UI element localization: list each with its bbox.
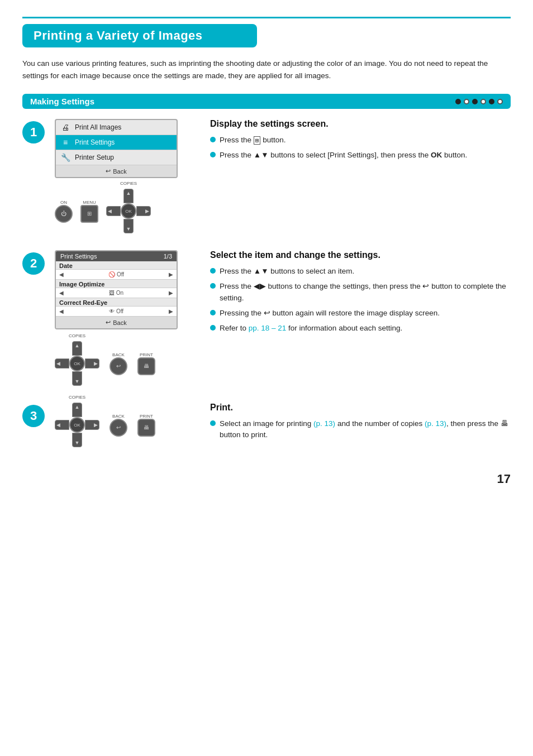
- back-label-btn-3: BACK: [112, 414, 125, 419]
- print-button-2[interactable]: 🖶: [137, 357, 155, 375]
- step2-screen-title: Print Settings: [60, 253, 97, 260]
- copies-label-1: COPIES: [120, 181, 137, 186]
- top-border: [22, 17, 511, 18]
- step-3-visual: COPIES ▲ ▼ ◀ ▶ OK BACK ↩: [55, 403, 200, 447]
- dpad-right-1[interactable]: ▶: [136, 206, 151, 216]
- step-2-visual: Print Settings 1/3 Date ◀ 🚫 Off ▶ Image …: [55, 250, 200, 386]
- print-label-btn-3: PRINT: [140, 414, 153, 419]
- print-button-group-3: PRINT 🖶: [137, 414, 155, 437]
- print-icon-3: 🖶: [144, 424, 149, 430]
- bullet-dot-2-3: [210, 310, 216, 315]
- on-button-group: ON ⏻: [55, 200, 73, 223]
- screen-back-2: ↩ Back: [56, 317, 177, 328]
- ok-label-2: OK: [74, 361, 80, 366]
- print-button-3[interactable]: 🖶: [137, 419, 155, 437]
- print-icon-2: 🖶: [144, 363, 149, 369]
- menu-button[interactable]: ⊞: [80, 205, 98, 223]
- copies-label-2: COPIES: [69, 333, 85, 338]
- step2-bullet-3-text: Pressing the ↩ button again will restore…: [220, 308, 440, 319]
- dpad-ok-3[interactable]: OK: [69, 417, 85, 433]
- screen-back-1: ↩ Back: [56, 165, 177, 177]
- step2-bullet-4: Refer to pp. 18 – 21 for information abo…: [210, 323, 511, 334]
- power-icon: ⏻: [61, 210, 66, 217]
- dot-5: [489, 99, 494, 104]
- step3-bullet-1-text: Select an image for printing (p. 13) and…: [220, 418, 511, 441]
- dot-3: [472, 99, 478, 104]
- step3-link-1[interactable]: (p. 13): [313, 419, 335, 428]
- dpad-up-3[interactable]: ▲: [72, 403, 82, 417]
- section-header: Making Settings: [22, 94, 511, 109]
- ps-date-left-arrow: ◀: [59, 271, 64, 277]
- step1-screen: 🖨 Print All Images ≡ Print Settings 🔧 Pr…: [55, 119, 178, 178]
- back-button-group-3: BACK ↩: [110, 414, 127, 437]
- back-button-3[interactable]: ↩: [110, 419, 127, 437]
- back-button-2[interactable]: ↩: [110, 357, 127, 375]
- step3-link-2[interactable]: (p. 13): [425, 419, 446, 428]
- step2-bullet-1-text: Press the ▲▼ buttons to select an item.: [220, 266, 354, 277]
- ps-redeye-row: ◀ 👁 Off ▶: [56, 307, 177, 317]
- menu-item-printer-setup: 🔧 Printer Setup: [56, 150, 177, 165]
- dpad-left-2[interactable]: ◀: [55, 358, 69, 369]
- ps-opt-left-arrow: ◀: [59, 290, 64, 296]
- page-title: Printing a Variety of Images: [34, 28, 246, 43]
- optimize-on-icon: 🖼: [109, 290, 115, 296]
- back-icon-2: ↩: [116, 363, 121, 369]
- dot-2: [464, 99, 469, 104]
- ps-redeye-right-arrow: ▶: [169, 308, 173, 314]
- bullet-dot-2-2: [210, 283, 216, 289]
- step2-bullet-3: Pressing the ↩ button again will restore…: [210, 308, 511, 319]
- ps-opt-right-arrow: ▶: [169, 290, 173, 296]
- menu-item-printer-setup-label: Printer Setup: [75, 154, 114, 161]
- step2-screen: Print Settings 1/3 Date ◀ 🚫 Off ▶ Image …: [55, 250, 178, 329]
- dpad-ok-2[interactable]: OK: [69, 356, 85, 371]
- ps-optimize-section: Image Optimize: [56, 280, 177, 288]
- back-label-btn-2: BACK: [112, 352, 125, 357]
- on-button[interactable]: ⏻: [55, 205, 73, 223]
- date-off-label: Off: [117, 271, 124, 277]
- dpad-left-1[interactable]: ◀: [106, 206, 121, 216]
- step3-camera-controls: COPIES ▲ ▼ ◀ ▶ OK BACK ↩: [55, 403, 200, 447]
- dot-4: [480, 99, 486, 104]
- copies-label-3: COPIES: [69, 395, 85, 400]
- back-icon-3: ↩: [116, 424, 121, 430]
- page-number: 17: [497, 472, 511, 486]
- dpad-1: ▲ ▼ ◀ ▶ OK: [106, 189, 151, 233]
- dot-1: [455, 99, 461, 104]
- dpad-up-2[interactable]: ▲: [72, 341, 82, 356]
- step1-screen-wrapper: 🖨 Print All Images ≡ Print Settings 🔧 Pr…: [55, 119, 178, 184]
- step-3-number: 3: [22, 405, 45, 427]
- dpad-group-2: COPIES ▲ ▼ ◀ ▶ OK: [55, 341, 99, 386]
- dpad-down-2[interactable]: ▼: [72, 371, 82, 386]
- bullet-dot-1: [210, 137, 216, 142]
- dpad-left-3[interactable]: ◀: [55, 420, 69, 430]
- step2-title-bar: Print Settings 1/3: [56, 251, 177, 261]
- step1-bullet-2: Press the ▲▼ buttons to select [Print Se…: [210, 150, 511, 161]
- dpad-2: ▲ ▼ ◀ ▶ OK: [55, 341, 99, 386]
- bullet-dot-3-1: [210, 420, 216, 426]
- dpad-right-2[interactable]: ▶: [85, 358, 99, 369]
- step-2-heading: Select the item and change the settings.: [210, 250, 511, 260]
- redeye-off-label: Off: [116, 308, 123, 314]
- dpad-up-1[interactable]: ▲: [123, 189, 134, 203]
- step-3-heading: Print.: [210, 403, 511, 413]
- step2-screen-wrapper: Print Settings 1/3 Date ◀ 🚫 Off ▶ Image …: [55, 250, 178, 335]
- dpad-right-3[interactable]: ▶: [85, 420, 99, 430]
- step-2-instructions: Select the item and change the settings.…: [210, 250, 511, 338]
- menu-icon: ⊞: [87, 210, 92, 217]
- optimize-on-label: On: [116, 290, 123, 296]
- ok-label-1: OK: [125, 209, 132, 214]
- step2-link[interactable]: pp. 18 – 21: [249, 324, 287, 332]
- print-label-btn-2: PRINT: [140, 352, 153, 357]
- dpad-down-3[interactable]: ▼: [72, 433, 82, 447]
- bullet-dot-2-1: [210, 268, 216, 274]
- ps-redeye-section: Correct Red-Eye: [56, 298, 177, 307]
- ok-label-3: OK: [74, 423, 80, 428]
- back-arrow-icon: ↩: [106, 168, 111, 175]
- dpad-down-1[interactable]: ▼: [123, 219, 134, 233]
- intro-text: You can use various printing features, s…: [22, 58, 511, 82]
- ps-date-value: 🚫 Off: [108, 271, 124, 277]
- step-2-row: 2 Print Settings 1/3 Date ◀ 🚫 Off ▶: [22, 250, 511, 386]
- dpad-ok-1[interactable]: OK: [121, 203, 136, 219]
- ps-date-row: ◀ 🚫 Off ▶: [56, 270, 177, 280]
- ps-redeye-value: 👁 Off: [109, 308, 123, 314]
